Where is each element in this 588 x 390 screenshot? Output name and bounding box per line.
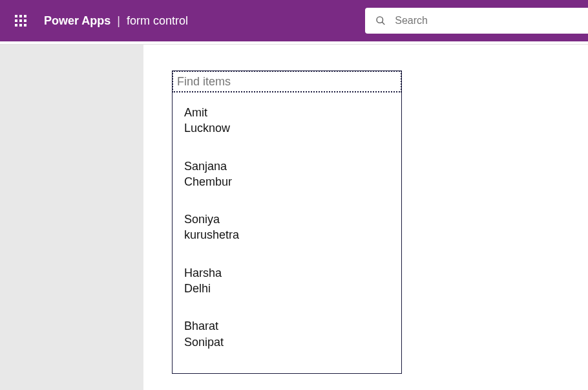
item-city: Chembur: [184, 174, 390, 190]
list-item[interactable]: Bharat Sonipat: [173, 310, 401, 364]
svg-rect-6: [15, 24, 17, 27]
svg-rect-8: [24, 24, 26, 27]
item-name: Bharat: [184, 318, 390, 334]
svg-rect-0: [15, 15, 17, 17]
find-items-box[interactable]: [172, 70, 402, 92]
find-items-input[interactable]: [177, 75, 397, 89]
workspace: Amit Lucknow Sanjana Chembur Soniya kuru…: [0, 45, 588, 390]
app-header: Power Apps | form control: [0, 0, 588, 41]
app-launcher-icon[interactable]: [5, 5, 36, 36]
item-city: Sonipat: [184, 334, 390, 350]
breadcrumb: Power Apps | form control: [44, 14, 188, 28]
svg-rect-5: [24, 19, 26, 22]
svg-rect-3: [15, 19, 17, 22]
svg-rect-1: [19, 15, 22, 17]
left-sidebar: [0, 45, 143, 390]
item-name: Sanjana: [184, 158, 390, 174]
svg-rect-4: [19, 19, 22, 22]
item-name: Amit: [184, 105, 390, 120]
item-name: Harsha: [184, 265, 390, 281]
gallery-items: Amit Lucknow Sanjana Chembur Soniya kuru…: [173, 92, 401, 373]
search-box[interactable]: [365, 8, 588, 34]
svg-rect-2: [24, 15, 26, 17]
product-name[interactable]: Power Apps: [44, 14, 110, 28]
canvas-area: Amit Lucknow Sanjana Chembur Soniya kuru…: [143, 45, 588, 390]
item-city: Lucknow: [184, 120, 390, 136]
item-city: Delhi: [184, 281, 390, 296]
page-title[interactable]: form control: [127, 14, 188, 28]
svg-point-9: [377, 17, 383, 23]
list-item[interactable]: Harsha Delhi: [173, 257, 401, 311]
list-item[interactable]: Amit Lucknow: [173, 97, 401, 151]
breadcrumb-separator: |: [117, 14, 120, 28]
search-input[interactable]: [395, 15, 580, 27]
item-city: kurushetra: [184, 227, 390, 243]
svg-line-10: [382, 22, 384, 25]
gallery-control[interactable]: Amit Lucknow Sanjana Chembur Soniya kuru…: [172, 70, 402, 374]
list-item[interactable]: Sanjana Chembur: [173, 151, 401, 204]
waffle-icon: [15, 15, 26, 27]
item-name: Soniya: [184, 211, 390, 227]
svg-rect-7: [19, 24, 22, 27]
list-item[interactable]: Soniya kurushetra: [173, 204, 401, 257]
search-icon: [375, 15, 386, 27]
